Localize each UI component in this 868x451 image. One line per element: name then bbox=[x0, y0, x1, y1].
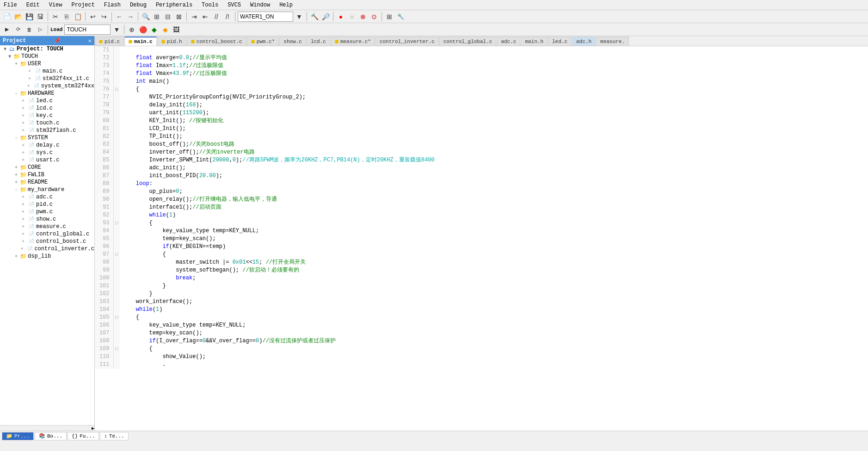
menu-svcs[interactable]: SVCS bbox=[226, 1, 243, 9]
line-code[interactable]: boost_off();//关闭boost电路 bbox=[120, 141, 868, 148]
main-c-item[interactable]: + 📄 main.c bbox=[0, 68, 94, 75]
save-button[interactable]: 💾 bbox=[24, 12, 34, 22]
undo-button[interactable]: ↩ bbox=[88, 12, 98, 22]
menu-flash[interactable]: Flash bbox=[102, 1, 123, 9]
line-code[interactable]: if(I_over_flag==0&&V_over_flag==0)//没有过流… bbox=[120, 337, 868, 345]
tab-measure-c[interactable]: measure.c* bbox=[331, 37, 375, 46]
expand-system[interactable]: - bbox=[13, 136, 19, 141]
line-code[interactable]: work_interface(); bbox=[120, 298, 868, 306]
expand-dsp-lib[interactable]: + bbox=[13, 254, 19, 259]
line-code[interactable]: TP_Init(); bbox=[120, 133, 868, 141]
menu-view[interactable]: View bbox=[47, 1, 64, 9]
config-button[interactable]: 🔧 bbox=[395, 12, 406, 22]
line-code[interactable]: while(1) bbox=[120, 306, 868, 314]
menu-project[interactable]: Project bbox=[69, 1, 96, 9]
tab-control-global-c[interactable]: control_global.c bbox=[439, 37, 497, 46]
expand-fwlib[interactable]: + bbox=[13, 173, 19, 178]
readme-folder-item[interactable]: + 📁 README bbox=[0, 179, 94, 186]
line-code[interactable]: interface1();//启动页面 bbox=[120, 204, 868, 211]
menu-file[interactable]: File bbox=[2, 1, 19, 9]
line-code[interactable]: inverter_off();//关闭inverter电路 bbox=[120, 148, 868, 156]
touch-root-item[interactable]: ▼ 📁 TOUCH bbox=[0, 53, 94, 60]
line-code[interactable]: { bbox=[120, 251, 868, 259]
target-dropdown[interactable]: ▼ bbox=[294, 12, 304, 22]
line-code[interactable]: if(KEY_BEGIN==temp) bbox=[120, 243, 868, 251]
menu-peripherals[interactable]: Peripherals bbox=[154, 1, 194, 9]
line-code[interactable]: LCD_Init(); bbox=[120, 125, 868, 133]
system-c-item[interactable]: + 📄 system_stm32f4xx bbox=[0, 82, 94, 90]
b2-button[interactable]: ▷ bbox=[35, 25, 45, 35]
delay-c-item[interactable]: + 📄 delay.c bbox=[0, 142, 94, 149]
find4-button[interactable]: ⊠ bbox=[174, 12, 184, 22]
line-code[interactable]: NVIC_PriorityGroupConfig(NVIC_PriorityGr… bbox=[120, 93, 868, 101]
code-content[interactable]: 7172 float averge=0.0;//显示平均值73 float Im… bbox=[95, 46, 868, 431]
menu-debug[interactable]: Debug bbox=[128, 1, 148, 9]
line-code[interactable]: key_value_type temp=KEY_NULL; bbox=[120, 227, 868, 235]
line-code[interactable]: adc_init(); bbox=[120, 164, 868, 172]
line-code[interactable]: int main() bbox=[120, 78, 868, 86]
tab-adc-c[interactable]: adc.c bbox=[497, 37, 520, 46]
b5-button[interactable]: ◆ bbox=[149, 25, 159, 35]
line-code[interactable]: uart_init(115200); bbox=[120, 109, 868, 117]
fwlib-folder-item[interactable]: + 📁 FWLIB bbox=[0, 171, 94, 179]
find-button[interactable]: 🔍 bbox=[141, 12, 151, 22]
tab-led-c[interactable]: led.c bbox=[548, 37, 572, 46]
line-expand-icon[interactable]: □ bbox=[113, 219, 120, 227]
stm32flash-item[interactable]: + 📄 stm32flash.c bbox=[0, 127, 94, 134]
debug-settings[interactable]: ⊙ bbox=[369, 12, 379, 22]
editor-area[interactable]: 7172 float averge=0.0;//显示平均值73 float Im… bbox=[95, 46, 868, 431]
layout-button[interactable]: ⊞ bbox=[384, 12, 394, 22]
line-expand-icon[interactable]: □ bbox=[113, 345, 120, 353]
control-boost-item[interactable]: + 📄 control_boost.c bbox=[0, 238, 94, 245]
line-code[interactable]: system_softbegan(); //软启动！必须要有的 bbox=[120, 266, 868, 274]
redo-button[interactable]: ↪ bbox=[99, 12, 109, 22]
line-code[interactable]: } bbox=[120, 290, 868, 298]
project-root-item[interactable]: ▼ 🗂 Project: TOUCH bbox=[0, 45, 94, 53]
line-code[interactable]: show_Value(); bbox=[120, 353, 868, 361]
dsp-lib-folder-item[interactable]: + 📁 dsp_lib bbox=[0, 253, 94, 260]
line-code[interactable]: master_switch |= 0x01<<15; //打开全局开关 bbox=[120, 259, 868, 266]
tab-control-boost-c[interactable]: control_boost.c bbox=[187, 37, 246, 46]
bottom-tab-project[interactable]: 📁 Pr... bbox=[2, 432, 34, 440]
led-c-item[interactable]: + 📄 led.c bbox=[0, 97, 94, 105]
adc-c-item[interactable]: + 📄 adc.c bbox=[0, 193, 94, 201]
expand-hardware[interactable]: - bbox=[13, 91, 19, 96]
tab-measure-h[interactable]: measure. bbox=[596, 37, 629, 46]
comment-button[interactable]: // bbox=[211, 12, 222, 22]
line-code[interactable]: while(1) bbox=[120, 211, 868, 219]
tab-lcd-c[interactable]: lcd.c bbox=[307, 37, 330, 46]
line-code[interactable]: { bbox=[120, 345, 868, 353]
new-button[interactable]: 📄 bbox=[2, 12, 12, 22]
tab-main-c[interactable]: main.c bbox=[124, 37, 157, 46]
project-panel-close[interactable]: ✕ bbox=[88, 37, 92, 44]
line-code[interactable]: } bbox=[120, 282, 868, 290]
line-code[interactable]: delay_init(168); bbox=[120, 101, 868, 109]
line-expand-icon[interactable]: □ bbox=[113, 251, 120, 259]
build-target-button[interactable]: 🔨 bbox=[309, 12, 320, 22]
user-folder-item[interactable]: + 📁 USER bbox=[0, 60, 94, 68]
line-code[interactable]: key_value_type temp=KEY_NULL; bbox=[120, 321, 868, 329]
line-expand-icon[interactable]: □ bbox=[113, 314, 120, 321]
menu-tools[interactable]: Tools bbox=[200, 1, 220, 9]
line-code[interactable]: KEY_Init(); //按键初始化 bbox=[120, 117, 868, 125]
stop-button[interactable]: ○ bbox=[347, 12, 357, 22]
line-code[interactable] bbox=[120, 46, 868, 54]
forward-button[interactable]: → bbox=[125, 12, 135, 22]
menu-edit[interactable]: Edit bbox=[25, 1, 42, 9]
measure-c-item[interactable]: + 📄 measure.c bbox=[0, 223, 94, 230]
tab-pid-c[interactable]: pid.c bbox=[95, 37, 124, 46]
reset-button[interactable]: ⊗ bbox=[358, 12, 368, 22]
tree-scroll-right[interactable]: ▶ bbox=[92, 426, 94, 431]
line-expand-icon[interactable]: □ bbox=[113, 86, 120, 93]
tab-show-c[interactable]: show.c bbox=[279, 37, 306, 46]
menu-help[interactable]: Help bbox=[277, 1, 295, 9]
tab-main-h[interactable]: main.h bbox=[521, 37, 548, 46]
b6-button[interactable]: ◆ bbox=[160, 25, 170, 35]
line-code[interactable]: break; bbox=[120, 274, 868, 282]
menu-window[interactable]: Window bbox=[248, 1, 272, 9]
bottom-tab-templates[interactable]: ↕ Te... bbox=[100, 432, 129, 440]
expand-user[interactable]: + bbox=[13, 62, 19, 67]
key-c-item[interactable]: + 📄 key.c bbox=[0, 112, 94, 119]
expand-my-hardware[interactable]: - bbox=[13, 187, 19, 192]
zoom-button[interactable]: 🔎 bbox=[320, 12, 331, 22]
